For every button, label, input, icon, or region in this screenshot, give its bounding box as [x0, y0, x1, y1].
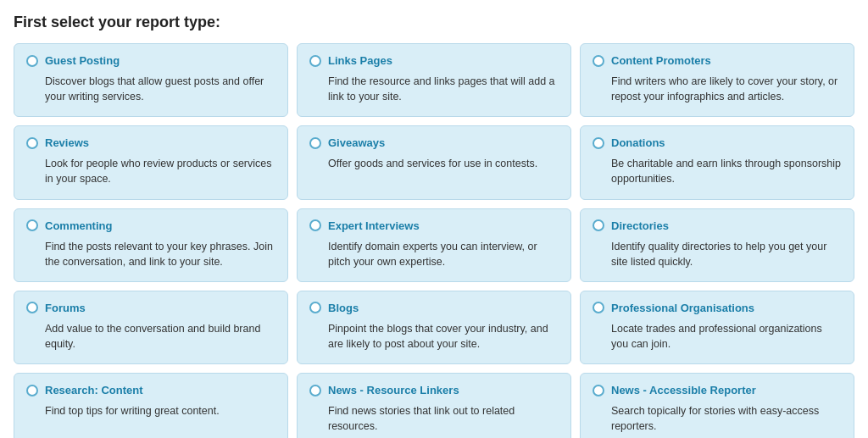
- card-blogs[interactable]: Blogs Pinpoint the blogs that cover your…: [297, 291, 571, 364]
- card-title-expert-interviews: Expert Interviews: [328, 219, 420, 232]
- card-desc-news-accessible-reporter: Search topically for stories with easy-a…: [611, 403, 842, 434]
- page-heading: First select your report type:: [14, 14, 854, 31]
- radio-expert-interviews[interactable]: [309, 219, 321, 231]
- card-title-research-content: Research: Content: [45, 384, 143, 396]
- card-professional-organisations[interactable]: Professional Organisations Locate trades…: [580, 291, 854, 364]
- card-desc-donations: Be charitable and earn links through spo…: [611, 156, 842, 186]
- card-desc-research-content: Find top tips for writing great content.: [45, 403, 275, 419]
- card-content-promoters[interactable]: Content Promoters Find writers who are l…: [580, 43, 854, 117]
- card-title-forums: Forums: [45, 302, 86, 314]
- card-desc-guest-posting: Discover blogs that allow guest posts an…: [45, 74, 275, 104]
- card-header-content-promoters: Content Promoters: [593, 54, 842, 67]
- card-forums[interactable]: Forums Add value to the conversation and…: [14, 291, 288, 364]
- card-title-news-resource-linkers: News - Resource Linkers: [328, 384, 459, 396]
- card-header-news-resource-linkers: News - Resource Linkers: [309, 384, 559, 396]
- radio-forums[interactable]: [26, 302, 38, 313]
- card-title-commenting: Commenting: [45, 219, 112, 232]
- card-title-reviews: Reviews: [45, 136, 89, 149]
- report-type-grid: Guest Posting Discover blogs that allow …: [14, 43, 854, 438]
- card-header-forums: Forums: [26, 302, 275, 314]
- radio-guest-posting[interactable]: [26, 55, 38, 67]
- card-desc-directories: Identify quality directories to help you…: [611, 239, 842, 269]
- card-header-guest-posting: Guest Posting: [26, 54, 275, 67]
- card-giveaways[interactable]: Giveaways Offer goods and services for u…: [297, 125, 571, 199]
- card-header-research-content: Research: Content: [26, 384, 275, 396]
- card-desc-content-promoters: Find writers who are likely to cover you…: [611, 74, 842, 104]
- card-reviews[interactable]: Reviews Look for people who review produ…: [14, 125, 288, 199]
- card-desc-giveaways: Offer goods and services for use in cont…: [328, 156, 559, 171]
- card-title-giveaways: Giveaways: [328, 136, 385, 149]
- card-title-professional-organisations: Professional Organisations: [611, 302, 754, 314]
- card-desc-forums: Add value to the conversation and build …: [45, 321, 275, 352]
- radio-giveaways[interactable]: [309, 137, 321, 149]
- radio-news-resource-linkers[interactable]: [309, 385, 321, 396]
- radio-donations[interactable]: [593, 137, 604, 149]
- card-title-links-pages: Links Pages: [328, 54, 392, 67]
- card-desc-blogs: Pinpoint the blogs that cover your indus…: [328, 321, 559, 352]
- card-title-news-accessible-reporter: News - Accessible Reporter: [611, 384, 756, 396]
- card-donations[interactable]: Donations Be charitable and earn links t…: [580, 125, 854, 199]
- card-research-content[interactable]: Research: Content Find top tips for writ…: [14, 373, 288, 438]
- card-title-directories: Directories: [611, 219, 669, 232]
- card-desc-commenting: Find the posts relevant to your key phra…: [45, 239, 275, 269]
- card-header-professional-organisations: Professional Organisations: [593, 302, 842, 314]
- radio-commenting[interactable]: [26, 219, 38, 231]
- card-title-blogs: Blogs: [328, 302, 359, 314]
- radio-professional-organisations[interactable]: [593, 302, 604, 313]
- radio-news-accessible-reporter[interactable]: [593, 385, 604, 396]
- card-desc-reviews: Look for people who review products or s…: [45, 156, 275, 186]
- card-desc-professional-organisations: Locate trades and professional organizat…: [611, 321, 842, 352]
- card-header-news-accessible-reporter: News - Accessible Reporter: [593, 384, 842, 396]
- card-header-reviews: Reviews: [26, 136, 275, 149]
- card-header-blogs: Blogs: [309, 302, 559, 314]
- card-header-expert-interviews: Expert Interviews: [309, 219, 559, 232]
- card-header-commenting: Commenting: [26, 219, 275, 232]
- radio-research-content[interactable]: [26, 385, 38, 396]
- radio-reviews[interactable]: [26, 137, 38, 149]
- card-expert-interviews[interactable]: Expert Interviews Identify domain expert…: [297, 208, 571, 282]
- card-directories[interactable]: Directories Identify quality directories…: [580, 208, 854, 282]
- card-title-guest-posting: Guest Posting: [45, 54, 120, 67]
- radio-content-promoters[interactable]: [593, 55, 604, 67]
- radio-links-pages[interactable]: [309, 55, 321, 67]
- card-desc-expert-interviews: Identify domain experts you can intervie…: [328, 239, 559, 269]
- card-header-donations: Donations: [593, 136, 842, 149]
- card-news-accessible-reporter[interactable]: News - Accessible Reporter Search topica…: [580, 373, 854, 438]
- card-title-donations: Donations: [611, 136, 665, 149]
- card-links-pages[interactable]: Links Pages Find the resource and links …: [297, 43, 571, 117]
- card-header-links-pages: Links Pages: [309, 54, 559, 67]
- card-header-directories: Directories: [593, 219, 842, 232]
- card-desc-links-pages: Find the resource and links pages that w…: [328, 74, 559, 104]
- radio-directories[interactable]: [593, 219, 604, 231]
- radio-blogs[interactable]: [309, 302, 321, 313]
- card-guest-posting[interactable]: Guest Posting Discover blogs that allow …: [14, 43, 288, 117]
- card-commenting[interactable]: Commenting Find the posts relevant to yo…: [14, 208, 288, 282]
- card-desc-news-resource-linkers: Find news stories that link out to relat…: [328, 403, 559, 434]
- card-news-resource-linkers[interactable]: News - Resource Linkers Find news storie…: [297, 373, 571, 438]
- card-header-giveaways: Giveaways: [309, 136, 559, 149]
- card-title-content-promoters: Content Promoters: [611, 54, 711, 67]
